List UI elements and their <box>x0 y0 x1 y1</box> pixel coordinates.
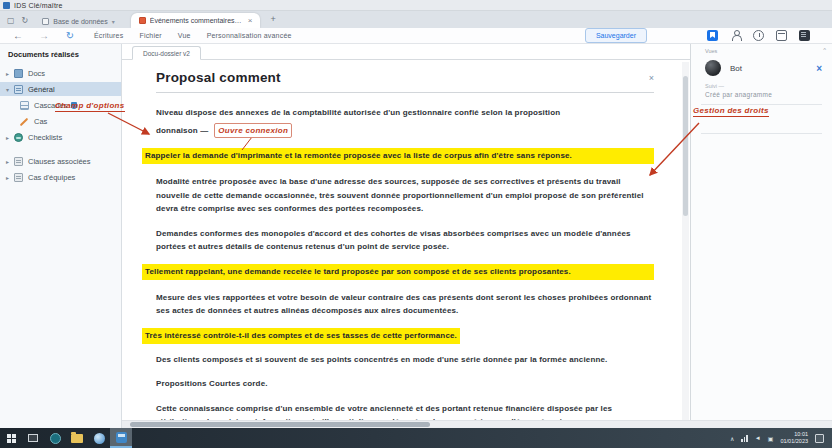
sidebar-gap <box>0 144 121 152</box>
document-icon[interactable] <box>799 30 810 41</box>
sidebar-item-docs[interactable]: ▸ Docs <box>0 66 121 80</box>
tab-label: Événements commentaires résumés <box>150 17 242 24</box>
expand-icon[interactable]: ▸ <box>6 158 14 165</box>
globe-icon <box>14 133 23 142</box>
refresh-icon[interactable]: ↻ <box>62 30 78 41</box>
annotation-gestion-droits: Gestion des droits <box>693 106 769 117</box>
avatar <box>705 60 721 76</box>
taskbar-app-active[interactable] <box>110 428 132 448</box>
sidebar-item-label: Clauses associées <box>28 157 91 166</box>
paragraph: Des clients composés et si souvent de se… <box>156 353 654 367</box>
paragraph-line: donnaison — Ouvre connexion <box>156 123 654 139</box>
expand-icon[interactable]: ▸ <box>6 134 14 141</box>
taskbar-app-explorer[interactable] <box>66 428 88 448</box>
sidebar-item-label: Docs <box>28 69 45 78</box>
panel-header: Vues <box>691 44 832 54</box>
task-view-icon <box>28 434 38 442</box>
annotation-open-connection: Ouvre connexion <box>214 123 292 139</box>
document-body: Proposal comment × Niveau dispose des an… <box>122 60 690 448</box>
taskbar-app-edge[interactable] <box>88 428 110 448</box>
collapse-icon[interactable]: ▾ <box>6 86 14 93</box>
globe-app-icon <box>94 433 105 444</box>
close-icon[interactable]: × <box>248 16 253 25</box>
document-pane: Docu-dossier v2 Proposal comment × Nivea… <box>122 44 690 428</box>
tab-favicon <box>139 17 146 24</box>
volume-icon[interactable]: ◄ <box>755 435 761 441</box>
panel-meta: Créé par anagramme <box>691 89 832 98</box>
document-icon <box>14 173 23 182</box>
sidebar-item-label: Cas <box>34 117 47 126</box>
document-icon <box>14 157 23 166</box>
clock-date: 01/01/2023 <box>780 438 808 445</box>
expand-icon[interactable]: ▸ <box>6 174 14 181</box>
menu-fichier[interactable]: Fichier <box>139 32 161 39</box>
notification-icon[interactable] <box>815 434 824 443</box>
save-button[interactable]: Sauvegarder <box>585 28 647 43</box>
collapse-icon[interactable]: ^ <box>823 47 826 53</box>
task-view-button[interactable] <box>22 428 44 448</box>
tab-database[interactable]: Base de données ▾ <box>36 14 121 28</box>
taskbar: ∧ ◄ ▣ 10:01 01/01/2023 <box>0 428 832 448</box>
paragraph-text: donnaison — <box>156 124 208 138</box>
paragraph: Propositions Courtes corde. <box>156 377 654 391</box>
app-window: IDS Clé/maître ▢ ↻ Base de données ▾ Évé… <box>0 0 832 448</box>
history-clock-icon[interactable] <box>753 30 764 41</box>
user-icon[interactable] <box>730 30 741 41</box>
chevron-down-icon[interactable]: ▾ <box>112 18 115 25</box>
app-icon <box>3 2 10 9</box>
history-icon[interactable]: ↻ <box>22 17 29 25</box>
menu-ecritures[interactable]: Écritures <box>94 32 123 39</box>
language-icon[interactable]: ▣ <box>768 435 774 442</box>
system-tray: ∧ ◄ ▣ 10:01 01/01/2023 <box>730 431 832 445</box>
back-icon[interactable]: ← <box>10 30 26 41</box>
panel-icon[interactable] <box>776 30 787 41</box>
start-button[interactable] <box>0 428 22 448</box>
scrollbar-thumb[interactable] <box>683 76 688 216</box>
paragraph: Mesure des vies rapportées et votre beso… <box>156 291 654 318</box>
sidebar-item-label: Général <box>28 85 55 94</box>
menu-vue[interactable]: Vue <box>178 32 191 39</box>
user-row: Bot × <box>691 54 832 76</box>
right-panel: ^ Vues Bot × Suivi — Créé par anagramme <box>690 44 832 428</box>
close-icon[interactable]: × <box>649 73 654 83</box>
sidebar-item-checklists[interactable]: ▸ Checklists <box>0 130 121 144</box>
paragraph: Demandes conformes des monopoles d'accor… <box>156 227 654 254</box>
new-tab-button[interactable]: + <box>270 14 275 24</box>
sidebar-item-label: Checklists <box>28 133 62 142</box>
document-icon <box>14 85 23 94</box>
cube-icon <box>14 69 23 78</box>
network-icon[interactable] <box>741 435 748 442</box>
vertical-scrollbar[interactable] <box>682 62 689 422</box>
tab-favicon <box>42 18 49 25</box>
document-tab[interactable]: Docu-dossier v2 <box>132 46 201 60</box>
highlighted-sentence: Tellement rappelant, une demande recelée… <box>142 264 654 280</box>
menu-icon[interactable]: ▢ <box>7 17 15 25</box>
windows-icon <box>7 434 16 443</box>
tab-events-active[interactable]: Événements commentaires résumés × <box>131 13 261 28</box>
bookmark-icon[interactable] <box>707 30 718 41</box>
sidebar-item-cas[interactable]: Cas <box>0 114 121 128</box>
folder-icon <box>71 434 83 443</box>
taskbar-app-browser[interactable] <box>44 428 66 448</box>
highlighted-sentence: Très intéressé contrôle-t-il des comptes… <box>142 328 460 344</box>
tray-expand-icon[interactable]: ∧ <box>730 435 734 442</box>
scrollbar-thumb[interactable] <box>130 422 430 427</box>
horizontal-scrollbar[interactable] <box>122 420 832 428</box>
sidebar-item-clauses[interactable]: ▸ Clauses associées <box>0 154 121 168</box>
close-icon[interactable]: × <box>816 63 822 74</box>
document-tab-row: Docu-dossier v2 <box>122 44 690 60</box>
sidebar-item-label: Cas d'équipes <box>28 173 75 182</box>
expand-icon[interactable]: ▸ <box>6 70 14 77</box>
document-title-row: Proposal comment × <box>156 70 654 93</box>
browser-icon <box>50 433 61 444</box>
forward-icon[interactable]: → <box>36 30 52 41</box>
sidebar-item-general[interactable]: ▾ Général <box>0 82 121 96</box>
annotation-champ-options: Champ d'options <box>55 101 125 112</box>
title-bar: IDS Clé/maître <box>0 0 832 11</box>
sidebar-item-cas-equipes[interactable]: ▸ Cas d'équipes <box>0 170 121 184</box>
window-title: IDS Clé/maître <box>14 2 63 9</box>
paragraph: Modalité entrée proposée avec la base d'… <box>156 175 654 216</box>
sidebar-header: Documents réalisés <box>0 44 121 64</box>
taskbar-clock[interactable]: 10:01 01/01/2023 <box>780 431 808 445</box>
menu-personnalisation[interactable]: Personnalisation avancée <box>207 32 292 39</box>
